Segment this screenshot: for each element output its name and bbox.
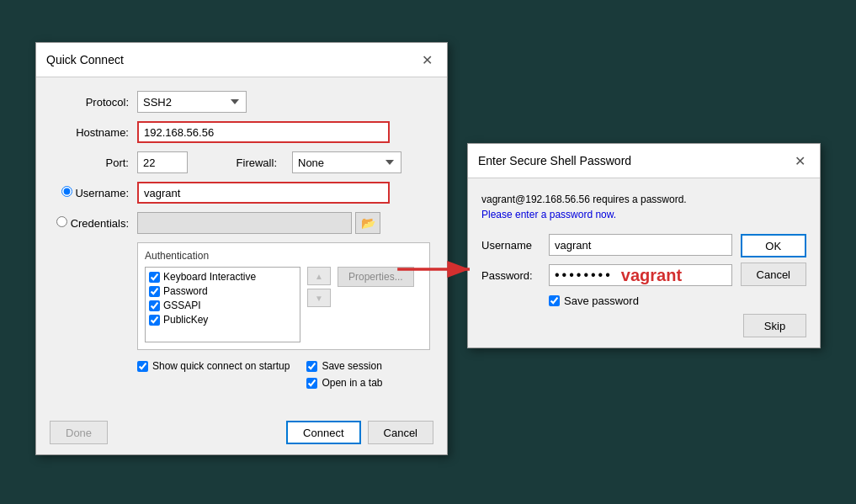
browse-button[interactable]: 📂	[355, 212, 380, 234]
right-checkboxes: Save session Open in a tab	[306, 360, 382, 389]
username-label: Username:	[53, 186, 137, 199]
auth-section-title: Authentication	[145, 250, 423, 262]
username-radio[interactable]	[61, 186, 72, 197]
done-button: Done	[50, 421, 108, 444]
password-main-content: Username Password: •••••••• vagrant Save…	[481, 234, 806, 307]
show-quick-connect-label[interactable]: Show quick connect on startup	[137, 360, 290, 372]
show-quick-connect-text: Show quick connect on startup	[152, 360, 290, 372]
password-message: vagrant@192.168.56.56 requires a passwor…	[481, 192, 806, 222]
hostname-label: Hostname:	[53, 126, 137, 139]
password-form-area: Username Password: •••••••• vagrant Save…	[481, 234, 732, 307]
auth-keyboard-checkbox[interactable]	[149, 272, 160, 283]
auth-arrow-buttons: ▲ ▼	[307, 267, 331, 342]
pwd-skip-area: Skip	[481, 314, 806, 337]
protocol-label: Protocol:	[53, 96, 137, 109]
auth-gssapi-checkbox[interactable]	[149, 300, 160, 311]
auth-item-password: Password	[149, 285, 296, 297]
pwd-password-row: Password: •••••••• vagrant	[481, 264, 732, 286]
firewall-label: Firewall:	[201, 157, 285, 169]
pwd-password-hint: vagrant	[621, 266, 682, 285]
password-button-area: OK Cancel	[732, 234, 806, 307]
auth-up-button[interactable]: ▲	[307, 267, 331, 285]
cancel-button[interactable]: Cancel	[368, 421, 433, 444]
quick-connect-footer: Done Connect Cancel	[36, 414, 447, 454]
quick-connect-dialog: Quick Connect ✕ Protocol: SSH2 SSH1 Teln…	[35, 42, 448, 455]
credentials-radio[interactable]	[56, 216, 67, 227]
quick-connect-titlebar: Quick Connect ✕	[36, 43, 447, 77]
password-close-button[interactable]: ✕	[790, 151, 810, 171]
credentials-radio-label[interactable]: Credentials:	[56, 217, 129, 230]
auth-password-label: Password	[163, 285, 208, 297]
bottom-checkboxes: Show quick connect on startup Save sessi…	[137, 360, 430, 389]
quick-connect-title: Quick Connect	[46, 53, 124, 66]
hostname-input[interactable]	[137, 121, 390, 143]
firewall-select[interactable]: None Custom	[292, 151, 401, 173]
auth-down-button[interactable]: ▼	[307, 289, 331, 307]
auth-keyboard-label: Keyboard Interactive	[163, 271, 256, 283]
arrow-container	[394, 257, 478, 282]
auth-publickey-checkbox[interactable]	[149, 315, 160, 326]
pwd-username-label: Username	[481, 239, 549, 252]
port-firewall-row: Port: Firewall: None Custom	[53, 151, 430, 173]
protocol-row: Protocol: SSH2 SSH1 Telnet FTP	[53, 91, 430, 113]
port-input[interactable]	[137, 151, 188, 173]
open-in-tab-checkbox[interactable]	[306, 378, 317, 389]
credentials-label: Credentials:	[53, 216, 137, 230]
pwd-username-input[interactable]	[549, 234, 732, 256]
credentials-input[interactable]	[137, 212, 352, 234]
pwd-cancel-button[interactable]: Cancel	[741, 263, 806, 286]
auth-gssapi-label: GSSAPI	[163, 300, 201, 311]
auth-item-keyboard: Keyboard Interactive	[149, 271, 296, 283]
quick-connect-close-button[interactable]: ✕	[417, 50, 437, 70]
auth-section: Authentication Keyboard Interactive Pass…	[137, 242, 430, 350]
save-session-text: Save session	[322, 360, 381, 372]
username-row: Username:	[53, 182, 430, 204]
connect-button[interactable]: Connect	[286, 421, 360, 444]
password-message-line2: Please enter a password now.	[481, 209, 616, 220]
pwd-skip-button[interactable]: Skip	[743, 314, 806, 337]
password-dialog-title: Enter Secure Shell Password	[478, 154, 631, 167]
open-in-tab-label[interactable]: Open in a tab	[306, 377, 382, 389]
save-session-checkbox[interactable]	[306, 361, 317, 372]
username-input[interactable]	[137, 182, 390, 204]
save-password-label: Save password	[564, 294, 639, 307]
left-checkboxes: Show quick connect on startup	[137, 360, 290, 389]
credentials-row: Credentials: 📂	[53, 212, 430, 234]
pwd-username-row: Username	[481, 234, 732, 256]
auth-item-publickey: PublicKey	[149, 314, 296, 326]
auth-password-checkbox[interactable]	[149, 286, 160, 297]
quick-connect-body: Protocol: SSH2 SSH1 Telnet FTP Hostname:…	[36, 77, 447, 414]
save-session-label[interactable]: Save session	[306, 360, 382, 372]
password-message-line1: vagrant@192.168.56.56 requires a passwor…	[481, 194, 687, 205]
show-quick-connect-checkbox[interactable]	[137, 361, 148, 372]
username-radio-label[interactable]: Username:	[61, 187, 129, 199]
auth-publickey-label: PublicKey	[163, 314, 208, 326]
protocol-select[interactable]: SSH2 SSH1 Telnet FTP	[137, 91, 247, 113]
auth-list: Keyboard Interactive Password GSSAPI Pub…	[145, 267, 300, 342]
pwd-password-input-wrapper: •••••••• vagrant	[549, 264, 732, 286]
hostname-row: Hostname:	[53, 121, 430, 143]
pwd-save-password-row: Save password	[549, 294, 732, 307]
pwd-ok-button[interactable]: OK	[741, 234, 806, 257]
arrow-icon	[394, 257, 478, 282]
open-in-tab-text: Open in a tab	[322, 377, 382, 389]
pwd-password-dots: ••••••••	[555, 268, 613, 283]
password-body: vagrant@192.168.56.56 requires a passwor…	[468, 178, 820, 347]
password-dialog: Enter Secure Shell Password ✕ vagrant@19…	[467, 143, 821, 348]
auth-inner: Keyboard Interactive Password GSSAPI Pub…	[145, 267, 423, 342]
save-password-checkbox[interactable]	[549, 295, 560, 306]
port-label: Port:	[53, 157, 137, 169]
pwd-password-label: Password:	[481, 269, 549, 282]
password-titlebar: Enter Secure Shell Password ✕	[468, 144, 820, 178]
auth-item-gssapi: GSSAPI	[149, 300, 296, 311]
